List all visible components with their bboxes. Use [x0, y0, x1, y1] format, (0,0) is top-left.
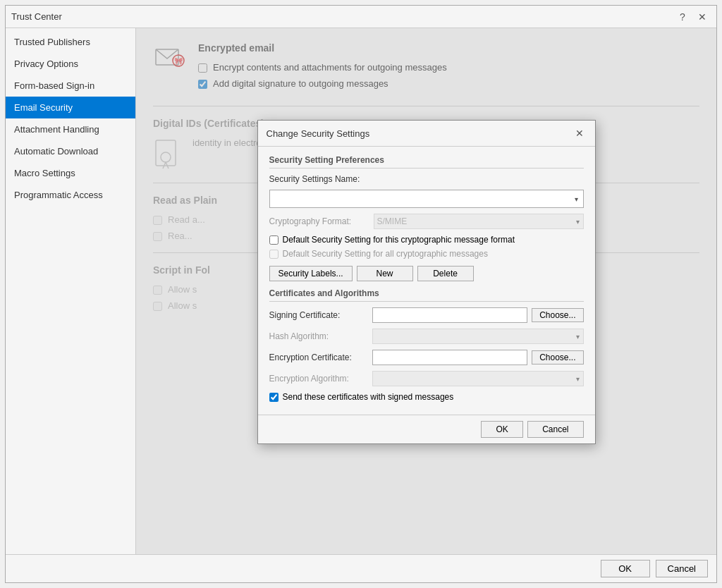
default-all-checkbox[interactable] [269, 250, 279, 259]
change-security-settings-dialog: Change Security Settings ✕ Security Sett… [257, 120, 596, 444]
encryption-algo-select[interactable] [372, 371, 584, 386]
preferences-section-title: Security Setting Preferences [269, 155, 584, 169]
window-title: Trust Center [11, 11, 62, 22]
modal-cancel-button[interactable]: Cancel [527, 421, 583, 438]
sidebar: Trusted Publishers Privacy Options Form-… [6, 28, 136, 554]
encryption-cert-label: Encryption Certificate: [269, 353, 368, 362]
default-format-checkbox[interactable] [269, 235, 279, 245]
signing-cert-label: Signing Certificate: [269, 310, 368, 320]
cryptography-select-wrapper: S/MIME [374, 214, 584, 229]
sidebar-item-attachment-handling[interactable]: Attachment Handling [6, 118, 135, 140]
cryptography-select[interactable]: S/MIME [374, 214, 584, 229]
security-name-select[interactable] [269, 190, 584, 208]
content-area: Trusted Publishers Privacy Options Form-… [6, 28, 716, 554]
encryption-algo-select-wrapper [372, 371, 584, 386]
encryption-cert-row: Encryption Certificate: Choose... [269, 350, 584, 365]
hash-algo-label: Hash Algorithm: [269, 331, 368, 341]
default-all-row: Default Security Setting for all cryptog… [269, 249, 584, 259]
default-format-label: Default Security Setting for this crypto… [283, 235, 515, 245]
sidebar-item-email-security[interactable]: Email Security [6, 97, 135, 118]
send-certs-checkbox[interactable] [269, 393, 279, 402]
sidebar-item-privacy-options[interactable]: Privacy Options [6, 53, 135, 75]
modal-ok-button[interactable]: OK [481, 421, 523, 438]
sidebar-item-form-signin[interactable]: Form-based Sign-in [6, 75, 135, 97]
signing-cert-input[interactable] [372, 307, 528, 323]
modal-footer: OK Cancel [258, 415, 595, 443]
encryption-algo-row: Encryption Algorithm: [269, 371, 584, 386]
encryption-cert-choose-button[interactable]: Choose... [532, 350, 583, 365]
hash-algo-row: Hash Algorithm: [269, 329, 584, 344]
security-name-dropdown-wrapper [269, 190, 584, 208]
encryption-algo-label: Encryption Algorithm: [269, 374, 368, 384]
security-name-label: Security Settings Name: [269, 174, 368, 184]
hash-algo-select-wrapper [372, 329, 584, 344]
security-name-row: Security Settings Name: [269, 174, 584, 184]
certificates-section: Signing Certificate: Choose... Hash Algo… [269, 307, 584, 402]
signing-cert-row: Signing Certificate: Choose... [269, 307, 584, 323]
modal-close-button[interactable]: ✕ [573, 126, 587, 140]
main-ok-button[interactable]: OK [601, 560, 650, 577]
cryptography-label: Cryptography Format: [269, 216, 368, 226]
certificates-section-title: Certificates and Algorithms [269, 288, 584, 302]
main-content: 🎀 Encrypted email Encrypt contents and a… [136, 28, 716, 554]
modal-body: Security Setting Preferences Security Se… [258, 147, 595, 415]
bottom-bar: OK Cancel [6, 554, 716, 582]
main-cancel-button[interactable]: Cancel [656, 560, 708, 577]
sidebar-item-programmatic-access[interactable]: Programmatic Access [6, 184, 135, 206]
new-button[interactable]: New [357, 266, 413, 281]
close-button[interactable]: ✕ [694, 10, 711, 24]
modal-title-bar: Change Security Settings ✕ [258, 121, 595, 147]
modal-overlay: Change Security Settings ✕ Security Sett… [136, 28, 716, 554]
security-labels-button[interactable]: Security Labels... [269, 266, 353, 281]
sidebar-item-automatic-download[interactable]: Automatic Download [6, 140, 135, 162]
signing-cert-choose-button[interactable]: Choose... [532, 308, 583, 322]
help-button[interactable]: ? [674, 10, 691, 24]
security-name-input-row [269, 190, 584, 208]
delete-button[interactable]: Delete [417, 266, 474, 281]
title-bar-controls: ? ✕ [674, 10, 711, 24]
cryptography-row: Cryptography Format: S/MIME [269, 214, 584, 229]
modal-title: Change Security Settings [267, 128, 370, 139]
default-all-label: Default Security Setting for all cryptog… [283, 249, 488, 259]
send-certs-label: Send these certificates with signed mess… [283, 392, 454, 402]
title-bar: Trust Center ? ✕ [6, 6, 716, 28]
action-buttons-row: Security Labels... New Delete [269, 266, 584, 281]
default-format-row: Default Security Setting for this crypto… [269, 235, 584, 245]
hash-algo-select[interactable] [372, 329, 584, 344]
send-certs-row: Send these certificates with signed mess… [269, 392, 584, 402]
sidebar-item-trusted-publishers[interactable]: Trusted Publishers [6, 31, 135, 53]
sidebar-item-macro-settings[interactable]: Macro Settings [6, 162, 135, 184]
encryption-cert-input[interactable] [372, 350, 528, 365]
trust-center-window: Trust Center ? ✕ Trusted Publishers Priv… [5, 5, 717, 583]
